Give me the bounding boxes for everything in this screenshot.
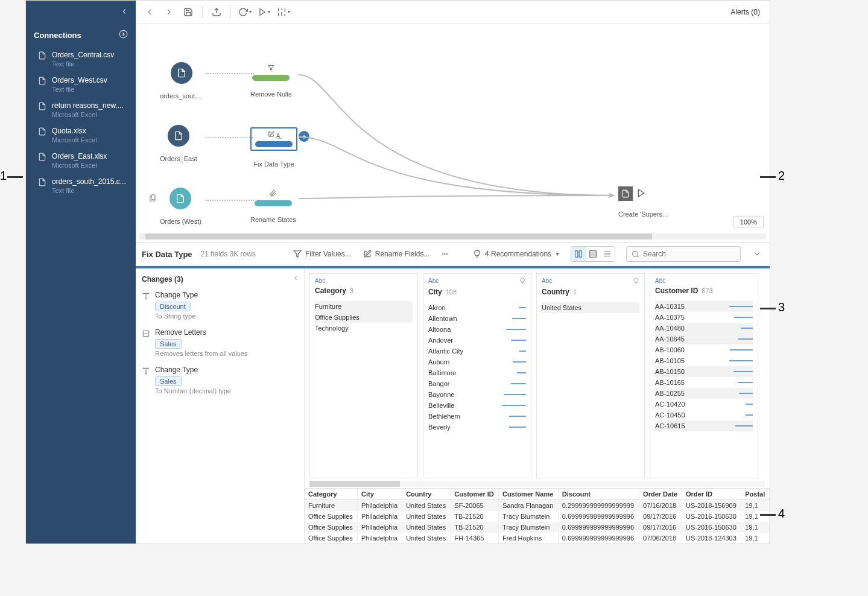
flow-input-node[interactable]: Orders_East [160,125,197,162]
profile-value[interactable]: AB-10060 [655,344,753,355]
output-node[interactable]: Create 'Supers... [618,186,668,218]
flow-input-node[interactable]: orders_south_... [160,62,203,100]
profile-value[interactable]: AB-10165 [655,377,753,388]
run-output-icon[interactable] [636,188,646,199]
profile-value[interactable]: Allentown [428,313,526,324]
profile-value[interactable]: AA-10315 [655,301,753,312]
profile-value[interactable]: Baltimore [428,367,526,378]
change-item[interactable]: Remove LettersSalesRemoves letters from … [142,328,299,357]
svg-line-25 [637,256,638,257]
canvas-scrollbar[interactable] [139,233,766,239]
zoom-level[interactable]: 100% [733,217,764,227]
profile-card[interactable]: Abc Customer ID673 AA-10315AA-10375AA-10… [650,273,758,478]
view-grid-icon[interactable] [600,247,615,261]
profile-value[interactable]: Bangor [428,378,526,389]
publish-button[interactable] [209,4,224,20]
profile-value[interactable]: Office Supplies [315,312,413,323]
grid-header[interactable]: Country [402,489,451,500]
save-button[interactable] [180,4,196,20]
flow-input-node[interactable]: Orders (West) [160,188,201,225]
table-row[interactable]: Office SuppliesPhiladelphiaUnited States… [305,533,770,544]
step-subtitle: 21 fields 3K rows [201,250,256,258]
profile-value[interactable]: Furniture [315,301,413,312]
flow-step-node[interactable]: A͟Fix Data Type [250,127,297,168]
table-row[interactable]: FurniturePhiladelphiaUnited StatesSF-200… [305,500,770,512]
connection-item[interactable]: Orders_West.csvText file [26,72,136,97]
settings-sliders-button[interactable]: ▾ [276,4,291,20]
profile-value[interactable]: AB-10105 [655,355,753,366]
grid-header[interactable]: Customer Name [498,489,558,500]
flow-step-node[interactable]: Remove Nulls [250,65,291,98]
connection-item[interactable]: return reasons_new....Microsoft Excel [26,97,136,122]
profile-card[interactable]: Abc Country1 United States [536,273,645,478]
more-options-button[interactable]: ··· [438,249,451,259]
profile-card[interactable]: Abc Category3 FurnitureOffice SuppliesTe… [309,273,418,478]
recommendations-button[interactable]: 4 Recommendations ▼ [473,250,560,258]
profile-value[interactable]: AA-10480 [655,323,753,334]
sidebar: Connections Orders_Central.csvText file … [26,1,136,544]
profile-value[interactable]: AC-10450 [655,410,753,420]
annotation-3: 3 [778,300,785,314]
grid-header[interactable]: Order Date [639,489,682,500]
grid-header[interactable]: Category [305,489,358,500]
profile-value[interactable]: Bethlehem [428,411,526,422]
grid-header[interactable]: City [358,489,402,500]
profile-value[interactable]: Altoona [428,324,526,335]
annotation-2: 2 [778,169,785,183]
grid-header[interactable]: Discount [558,489,639,500]
back-button[interactable] [142,4,157,20]
profile-value[interactable]: Auburn [428,357,526,367]
flow-step-node[interactable]: Rename States [250,190,296,223]
grid-header[interactable]: Postal [741,489,770,500]
profile-value[interactable]: United States [542,302,639,313]
data-grid[interactable]: CategoryCityCountryCustomer IDCustomer N… [305,488,770,544]
svg-rect-17 [579,251,581,258]
profile-value[interactable]: Andover [428,335,526,346]
profile-value[interactable]: Beverly [428,422,526,433]
profile-value[interactable]: AA-10375 [655,312,753,323]
collapse-changes-icon[interactable] [292,274,299,284]
profile-scrollbar[interactable] [309,481,765,487]
profile-value[interactable]: Atlantic City [428,346,526,357]
profile-value[interactable]: AB-10255 [655,388,753,399]
svg-marker-15 [294,251,301,258]
profile-value[interactable]: Technology [315,323,413,334]
collapse-sidebar-icon[interactable] [120,7,128,17]
connection-item[interactable]: orders_south_2015.c...Text file [26,173,136,198]
view-profile-icon[interactable] [571,247,586,261]
change-item[interactable]: Change TypeSalesTo Number (decimal) type [142,366,299,395]
profile-card[interactable]: Abc City108 AkronAllentownAltoonaAndover… [423,273,531,478]
run-button[interactable]: ▾ [256,4,272,20]
view-list-icon[interactable] [586,247,600,261]
collapse-profile-icon[interactable] [749,246,765,262]
connection-item[interactable]: Quota.xlsxMicrosoft Excel [26,122,136,148]
profile-value[interactable]: AC-10615 [655,420,753,431]
profile-value[interactable]: AB-10150 [655,366,753,377]
flow-canvas[interactable]: + Create 'Supers... 100% orders_south_..… [136,24,770,233]
search-input[interactable] [626,246,741,262]
connection-item[interactable]: Orders_Central.csvText file [26,46,136,72]
svg-rect-13 [151,195,155,200]
filter-values-button[interactable]: Filter Values... [290,249,355,259]
refresh-button[interactable]: ▾ [237,4,253,20]
profile-value[interactable]: Akron [428,302,526,313]
svg-marker-11 [609,193,615,198]
grid-header[interactable]: Customer ID [451,489,499,500]
profile-value[interactable]: Belleville [428,400,526,411]
change-item[interactable]: Change TypeDiscountTo String type [142,291,299,320]
profile-value[interactable]: AC-10420 [655,399,753,410]
profile-value[interactable]: AA-10645 [655,334,753,344]
changes-heading: Changes (3) [142,275,183,284]
changes-pane: Changes (3) Change TypeDiscountTo String… [136,268,305,544]
svg-marker-4 [260,8,265,15]
table-row[interactable]: Office SuppliesPhiladelphiaUnited States… [305,522,770,533]
grid-header[interactable]: Order ID [682,489,741,500]
profile-value[interactable]: Bayonne [428,389,526,400]
alerts-indicator[interactable]: Alerts (0) [730,8,764,16]
forward-button[interactable] [161,4,177,20]
rename-fields-button[interactable]: Rename Fields... [360,249,434,259]
add-connection-icon[interactable] [119,30,128,40]
svg-point-24 [633,251,638,256]
connection-item[interactable]: Orders_East.xlsxMicrosoft Excel [26,148,136,173]
table-row[interactable]: Office SuppliesPhiladelphiaUnited States… [305,511,770,522]
